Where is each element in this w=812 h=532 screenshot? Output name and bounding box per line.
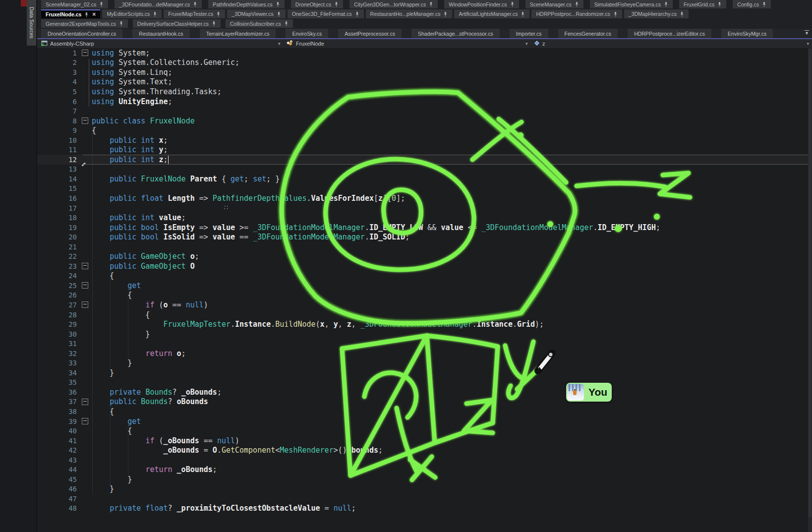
- fold-marker-icon[interactable]: [82, 282, 88, 289]
- tab-shaderpackage-stprocessor-cs[interactable]: ShaderPackage...stProcessor.cs: [411, 29, 500, 38]
- code-text: public GameObject o;: [92, 252, 199, 261]
- breadcrumb-class[interactable]: FruxelNode: [287, 39, 324, 48]
- tab-myeditorscripts-cs[interactable]: MyEditorScripts.cs: [102, 9, 162, 18]
- tab-fruxelnode-cs[interactable]: FruxelNode.cs×: [41, 9, 100, 18]
- pin-icon[interactable]: [717, 1, 722, 7]
- pin-icon[interactable]: [664, 1, 668, 7]
- pin-icon[interactable]: [443, 11, 448, 17]
- line-number: 34: [37, 369, 78, 377]
- pin-icon[interactable]: [193, 1, 197, 7]
- code-text: public int value;: [92, 213, 186, 222]
- tab-scenemanager-02-cs[interactable]: SceneManager_02.cs: [41, 0, 108, 8]
- fold-column: [78, 399, 92, 405]
- close-icon[interactable]: ×: [92, 12, 96, 17]
- tab-droneobject-cs[interactable]: DroneObject.cs: [291, 0, 343, 8]
- tab-envirosky-cs[interactable]: EnviroSky.cs: [286, 29, 328, 38]
- breadcrumb-project-label: Assembly-CSharp: [50, 41, 94, 47]
- project-dropdown-arrow[interactable]: ▾: [278, 39, 281, 48]
- fold-marker-icon[interactable]: [82, 418, 88, 424]
- pin-icon[interactable]: [276, 1, 280, 7]
- code-text: {: [92, 310, 150, 319]
- tab-droneorientationcontroller-cs[interactable]: DroneOrientationController.cs: [41, 29, 122, 38]
- pin-icon[interactable]: [277, 11, 281, 17]
- fold-marker-icon[interactable]: [82, 50, 88, 56]
- tab-hdrppostproc-randomizer-cs[interactable]: HDRPPostproc...Randomizer.cs: [531, 9, 622, 18]
- member-dropdown-arrow[interactable]: ▾: [807, 39, 809, 48]
- tab-fruxelgrid-cs[interactable]: FruxelGrid.cs: [679, 0, 726, 8]
- breadcrumb-member[interactable]: z: [534, 39, 545, 48]
- tab-fencesgenerator-cs[interactable]: FencesGenerator.cs: [558, 29, 618, 38]
- fold-marker-icon[interactable]: [82, 399, 88, 405]
- scrollbar-thumb[interactable]: [809, 49, 812, 517]
- tab-fruxelmaptester-cs[interactable]: FruxelMapTester.cs: [164, 9, 225, 18]
- pin-icon[interactable]: [680, 11, 684, 17]
- fold-marker-icon[interactable]: [82, 263, 88, 269]
- tab-hdrppostproce-izereditor-cs[interactable]: HDRPPostproce...izerEditor.cs: [628, 29, 711, 38]
- tab-citygen3dgen-torwrapper-cs[interactable]: CityGen3DGen...torWrapper.cs: [349, 0, 438, 8]
- tab-deliverysurfaceclasshelper-cs[interactable]: DeliverySurfaceClassHelper.cs: [133, 19, 221, 28]
- tab-simulatedfisheyecamera-cs[interactable]: SimulatedFisheyeCamera.cs: [590, 0, 673, 8]
- tab-label: AssetPreprocessor.cs: [345, 31, 395, 37]
- pin-icon[interactable]: [153, 11, 157, 17]
- pin-icon[interactable]: [355, 11, 359, 17]
- tab-label: DroneOrientationController.cs: [48, 31, 116, 37]
- tab-enviroskymgr-cs[interactable]: EnviroSkyMgr.cs: [721, 29, 773, 38]
- code-line-19: 19 public bool IsEmpty => value >= _3DFo…: [37, 223, 812, 233]
- tab-artificiallightsmanager-cs[interactable]: ArtificialLightsManager.cs: [454, 9, 529, 18]
- tab--3dmapviewer-cs[interactable]: _3DMapViewer.cs: [227, 9, 285, 18]
- pin-icon[interactable]: [284, 21, 289, 26]
- tab-windowpositionfinder-cs[interactable]: WindowPositionFinder.cs: [444, 0, 519, 8]
- line-number: 17: [37, 204, 78, 212]
- sidebar-tab-data-sources[interactable]: Data Sources: [27, 0, 36, 46]
- pin-icon[interactable]: [521, 11, 525, 17]
- code-text: private Bounds? _oBounds;: [92, 388, 222, 397]
- code-text: }: [92, 484, 114, 493]
- pin-icon[interactable]: [575, 1, 579, 7]
- tab-terrainlayerrandomizer-cs[interactable]: TerrainLayerRandomizer.cs: [200, 29, 276, 38]
- tab-collisionsubscriber-cs[interactable]: CollisionSubscriber.cs: [226, 19, 293, 28]
- pin-icon[interactable]: [334, 1, 339, 7]
- tab-generator2exportmaptools-cs[interactable]: Generator2ExportMapTools.cs: [41, 19, 128, 28]
- class-dropdown-arrow[interactable]: ▾: [525, 39, 528, 48]
- tab-importer-cs[interactable]: Importer.cs: [510, 29, 548, 38]
- pin-icon[interactable]: [212, 21, 216, 26]
- tab-config-cs[interactable]: Config.cs: [733, 0, 771, 8]
- pin-icon[interactable]: [510, 1, 515, 7]
- tab-pathfinderdepthvalues-cs[interactable]: PathfinderDepthValues.cs: [208, 0, 285, 8]
- code-text: public bool IsEmpty => value >= _3DFound…: [92, 223, 660, 232]
- breadcrumb-project[interactable]: Assembly-CSharp: [41, 39, 94, 48]
- pin-icon[interactable]: [84, 12, 89, 17]
- code-text: get: [92, 281, 141, 290]
- pin-icon[interactable]: [119, 21, 123, 26]
- tab-assetpreprocessor-cs[interactable]: AssetPreprocessor.cs: [338, 29, 402, 38]
- code-line-33: 33 }: [37, 358, 812, 368]
- tab-scenemanager-cs[interactable]: SceneManager.cs: [525, 0, 583, 8]
- fold-column: [78, 418, 92, 424]
- tab-label: _3DMapViewer.cs: [232, 11, 273, 17]
- pin-icon[interactable]: [216, 11, 221, 17]
- code-text: public class FruxelNode: [92, 117, 195, 125]
- fold-marker-icon[interactable]: [82, 118, 88, 124]
- tab-overflow-icon[interactable]: ▼: [805, 30, 809, 36]
- pin-icon[interactable]: [429, 1, 433, 7]
- tab-label: DeliverySurfaceClassHelper.cs: [137, 21, 209, 27]
- tab-restauranthook-cs[interactable]: RestaurantHook.cs: [132, 29, 189, 38]
- tab--3dfoundatio-delmanager-cs[interactable]: _3DFoundatio...delManager.cs: [115, 0, 202, 8]
- fold-marker-icon[interactable]: [82, 301, 88, 308]
- line-number: 26: [37, 291, 78, 299]
- editor-scrollbar[interactable]: [808, 48, 812, 532]
- code-text: using UnityEngine;: [92, 97, 173, 106]
- line-number: 15: [37, 184, 78, 192]
- line-number: 19: [37, 224, 78, 232]
- pin-icon[interactable]: [613, 11, 618, 17]
- tab-onesec3d-fileformat-cs[interactable]: OneSec3D_FileFormat.cs: [288, 9, 364, 18]
- tab-label: SceneManager_02.cs: [46, 1, 96, 7]
- code-editor[interactable]: 1using System;2using System.Collections.…: [37, 48, 812, 532]
- code-text: }: [92, 330, 150, 339]
- pin-icon[interactable]: [762, 1, 766, 7]
- indent-guide: [92, 126, 93, 494]
- tab-restaurantho-plemanager-cs[interactable]: RestaurantHo...pleManager.cs: [366, 9, 453, 18]
- tab--3dmaphierarchy-cs[interactable]: _3DMapHierarchy.cs: [624, 9, 689, 18]
- code-line-4: 4using System.Text;: [37, 77, 812, 87]
- pin-icon[interactable]: [99, 1, 104, 7]
